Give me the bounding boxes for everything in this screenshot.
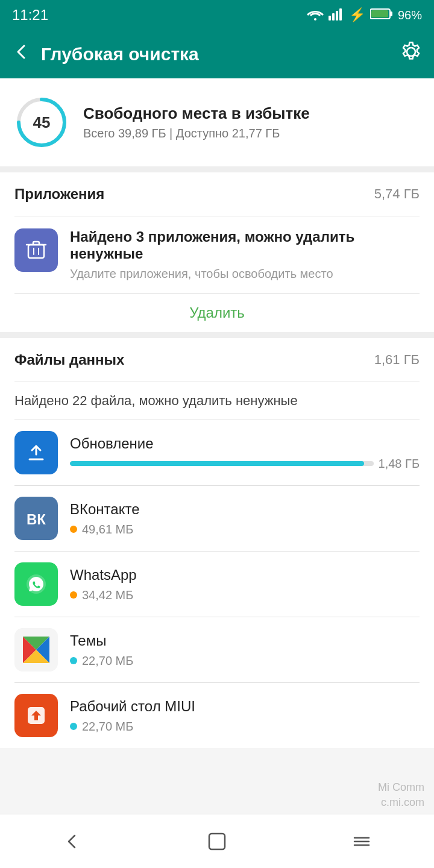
nav-home-button[interactable] bbox=[193, 823, 241, 860]
themes-item-info: Темы 22,70 МБ bbox=[70, 632, 420, 668]
suggestion-title: Найдено 3 приложения, можно удалить нену… bbox=[70, 228, 420, 262]
whatsapp-size: 34,42 МБ bbox=[82, 588, 133, 602]
themes-size: 22,70 МБ bbox=[82, 654, 133, 668]
nav-back-button[interactable] bbox=[48, 823, 96, 860]
back-button[interactable] bbox=[12, 42, 31, 66]
vk-name: ВКонтакте bbox=[70, 501, 420, 518]
update-progress-fill bbox=[70, 461, 364, 466]
watermark: Mi Comm c.mi.com bbox=[378, 780, 424, 810]
applications-size: 5,74 ГБ bbox=[374, 186, 420, 202]
circle-progress: 45 bbox=[14, 95, 69, 149]
whatsapp-dot bbox=[70, 591, 77, 599]
delete-button[interactable]: Удалить bbox=[189, 304, 245, 321]
svg-rect-1 bbox=[332, 13, 335, 20]
toolbar-left: Глубокая очистка bbox=[12, 42, 199, 66]
themes-icon bbox=[14, 628, 58, 671]
toolbar-title: Глубокая очистка bbox=[41, 44, 199, 64]
vk-icon: ВК bbox=[14, 497, 58, 540]
miui-size: 22,70 МБ bbox=[82, 720, 133, 734]
list-item[interactable]: Темы 22,70 МБ bbox=[0, 617, 434, 682]
battery-icon bbox=[370, 8, 393, 23]
circle-number: 45 bbox=[33, 113, 51, 132]
battery-percent: 96% bbox=[398, 8, 422, 22]
data-files-header: Файлы данных 1,61 ГБ bbox=[0, 338, 434, 382]
data-files-title: Файлы данных bbox=[14, 351, 124, 368]
miui-dot bbox=[70, 723, 77, 730]
applications-header: Приложения 5,74 ГБ bbox=[0, 172, 434, 216]
miui-size-row: 22,70 МБ bbox=[70, 720, 420, 734]
applications-section: Приложения 5,74 ГБ Найдено 3 приложения,… bbox=[0, 172, 434, 332]
nav-menu-button[interactable] bbox=[338, 823, 386, 860]
miui-item-info: Рабочий стол MIUI 22,70 МБ bbox=[70, 698, 420, 734]
list-item[interactable]: Обновление 1,48 ГБ bbox=[0, 420, 434, 485]
wifi-icon bbox=[307, 7, 324, 24]
svg-text:ВК: ВК bbox=[27, 511, 46, 527]
app-suggestion-card: Найдено 3 приложения, можно удалить нену… bbox=[0, 216, 434, 293]
themes-name: Темы bbox=[70, 632, 420, 649]
settings-button[interactable] bbox=[400, 41, 422, 68]
update-size-row: 1,48 ГБ bbox=[70, 457, 420, 471]
signal-icon bbox=[329, 7, 344, 24]
update-size: 1,48 ГБ bbox=[379, 457, 420, 471]
list-item[interactable]: WhatsApp 34,42 МБ bbox=[0, 552, 434, 617]
storage-card: 45 Свободного места в избытке Всего 39,8… bbox=[0, 78, 434, 166]
applications-title: Приложения bbox=[14, 186, 104, 203]
status-icons: ⚡ 96% bbox=[307, 7, 422, 24]
svg-rect-0 bbox=[329, 16, 331, 20]
themes-dot bbox=[70, 657, 77, 664]
whatsapp-name: WhatsApp bbox=[70, 567, 420, 583]
found-text: Найдено 22 файла, можно удалить ненужные bbox=[0, 382, 434, 420]
whatsapp-item-info: WhatsApp 34,42 МБ bbox=[70, 567, 420, 602]
status-bar: 11:21 ⚡ bbox=[0, 0, 434, 30]
storage-headline: Свободного места в избытке bbox=[83, 104, 310, 123]
vk-item-info: ВКонтакте 49,61 МБ bbox=[70, 501, 420, 536]
app-suggestion-text: Найдено 3 приложения, можно удалить нену… bbox=[70, 228, 420, 281]
list-item[interactable]: Рабочий стол MIUI 22,70 МБ bbox=[0, 683, 434, 748]
vk-size: 49,61 МБ bbox=[82, 523, 133, 536]
svg-rect-6 bbox=[371, 10, 388, 17]
miui-name: Рабочий стол MIUI bbox=[70, 698, 420, 715]
whatsapp-icon bbox=[14, 562, 58, 606]
whatsapp-size-row: 34,42 МБ bbox=[70, 588, 420, 602]
update-icon bbox=[14, 431, 58, 474]
page-bottom-spacer bbox=[0, 748, 434, 808]
status-time: 11:21 bbox=[12, 7, 48, 24]
svg-rect-21 bbox=[209, 834, 225, 849]
delete-btn-row: Удалить bbox=[0, 294, 434, 332]
update-progress-bar bbox=[70, 461, 374, 466]
update-item-info: Обновление 1,48 ГБ bbox=[70, 435, 420, 471]
data-files-size: 1,61 ГБ bbox=[374, 352, 420, 368]
data-files-section: Файлы данных 1,61 ГБ Найдено 22 файла, м… bbox=[0, 338, 434, 748]
app-suggestion-icon bbox=[14, 228, 58, 272]
divider-1 bbox=[0, 166, 434, 172]
miui-icon bbox=[14, 694, 58, 737]
svg-rect-3 bbox=[339, 8, 342, 20]
charging-icon: ⚡ bbox=[349, 7, 365, 23]
update-name: Обновление bbox=[70, 435, 420, 452]
suggestion-desc: Удалите приложения, чтобы освободить мес… bbox=[70, 267, 420, 281]
vk-size-row: 49,61 МБ bbox=[70, 523, 420, 536]
storage-info: Свободного места в избытке Всего 39,89 Г… bbox=[83, 104, 310, 140]
svg-rect-2 bbox=[336, 11, 338, 20]
toolbar: Глубокая очистка bbox=[0, 30, 434, 78]
svg-rect-5 bbox=[390, 11, 392, 16]
vk-dot bbox=[70, 526, 77, 533]
list-item[interactable]: ВК ВКонтакте 49,61 МБ bbox=[0, 486, 434, 551]
nav-bar bbox=[0, 814, 434, 868]
svg-rect-9 bbox=[28, 245, 44, 258]
divider-2 bbox=[0, 332, 434, 338]
storage-detail: Всего 39,89 ГБ | Доступно 21,77 ГБ bbox=[83, 127, 310, 140]
themes-size-row: 22,70 МБ bbox=[70, 654, 420, 668]
